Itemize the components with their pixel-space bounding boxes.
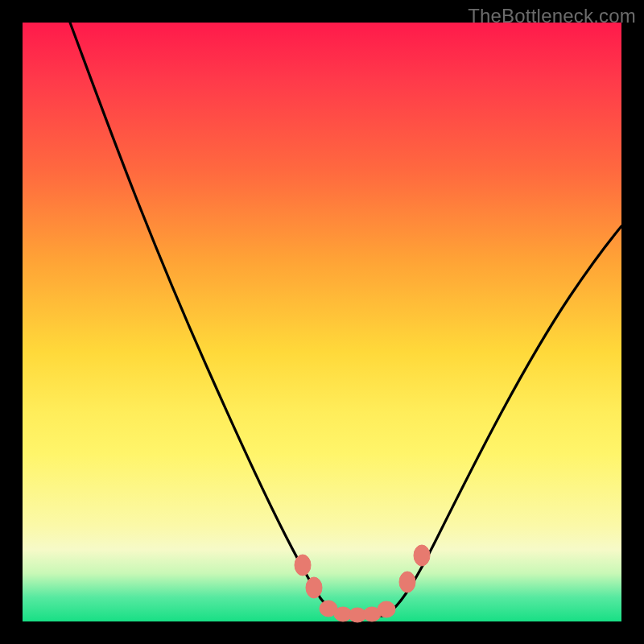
curve-left: [70, 23, 341, 616]
marker-dot: [306, 577, 322, 598]
outer-frame: TheBottleneck.com: [0, 0, 644, 644]
plot-area: [23, 23, 621, 621]
watermark-text: TheBottleneck.com: [468, 5, 636, 27]
chart-svg: [23, 23, 621, 621]
marker-dot: [378, 601, 395, 617]
marker-dot: [295, 555, 311, 576]
marker-dot: [399, 572, 415, 592]
markers-group: [295, 545, 430, 622]
marker-dot: [414, 545, 430, 566]
